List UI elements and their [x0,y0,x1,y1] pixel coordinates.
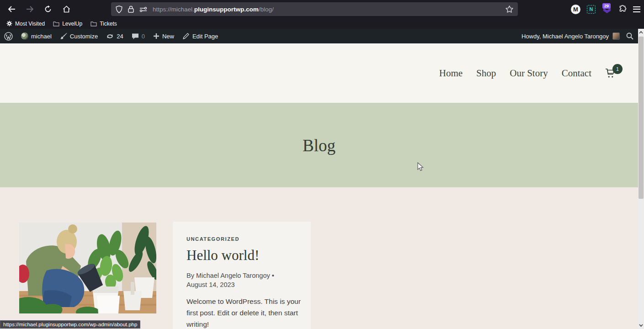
url-text[interactable]: https://michael.pluginsupportwp.com/blog… [153,6,274,13]
site-favicon [21,32,28,40]
admin-user-avatar[interactable] [612,32,620,40]
post-featured-image[interactable] [19,223,156,313]
gear-icon [6,21,12,27]
admin-edit-page-label: Edit Page [192,33,218,40]
post-date: August 14, 2023 [186,280,301,289]
plus-icon [153,33,160,39]
admin-updates[interactable]: 24 [102,29,127,43]
folder-icon [53,21,59,27]
browser-window: https://michael.pluginsupportwp.com/blog… [0,0,644,329]
padlock-icon[interactable] [128,5,134,13]
cart-button[interactable]: 1 [605,68,617,79]
wp-admin-bar: michael Customize 24 0 New Edit Page How… [0,29,638,43]
nav-home[interactable]: Home [439,68,463,79]
bookmark-folder-tickets[interactable]: Tickets [90,21,117,27]
url-prefix: https://michael. [153,6,194,13]
bookmark-label: Tickets [100,21,117,27]
wp-logo-menu[interactable] [0,29,17,43]
extensions-puzzle-icon[interactable] [618,5,627,13]
forward-button[interactable] [23,3,37,16]
cart-count-badge: 1 [612,64,623,74]
bookmarks-toolbar: Most Visited LevelUp Tickets [0,18,644,29]
admin-edit-page[interactable]: Edit Page [178,29,222,43]
url-domain: pluginsupportwp.com [194,6,259,13]
admin-comments-count: 0 [142,33,145,40]
url-path: /blog/ [259,6,274,13]
admin-new-label: New [162,33,174,40]
folder-icon [90,21,97,27]
bookmark-folder-levelup[interactable]: LevelUp [53,21,82,27]
scroll-down-button[interactable] [638,322,644,329]
tracking-protection-shield-icon[interactable] [116,5,122,13]
mouse-cursor [417,162,424,172]
admin-updates-count: 24 [117,33,123,40]
page-title: Blog [0,136,638,155]
admin-new[interactable]: New [149,29,178,43]
admin-site-name[interactable]: michael [17,29,56,43]
post-category[interactable]: UNCATEGORIZED [186,236,297,242]
admin-howdy-label[interactable]: Howdy, Michael Angelo Tarongoy [522,33,609,40]
nav-contact[interactable]: Contact [562,68,591,79]
bookmark-most-visited[interactable]: Most Visited [6,21,45,27]
browser-toolbar: https://michael.pluginsupportwp.com/blog… [0,0,644,18]
admin-search-icon[interactable] [626,32,633,40]
post-excerpt: Welcome to WordPress. This is your first… [186,296,301,329]
scrollbar-thumb[interactable] [639,37,644,199]
page-scrollbar[interactable] [638,29,644,329]
post-title[interactable]: Hello world! [186,247,297,264]
scroll-up-button[interactable] [638,29,644,36]
admin-customize[interactable]: Customize [56,29,102,43]
back-button[interactable] [5,3,18,16]
admin-comments[interactable]: 0 [128,29,149,43]
blog-post-card[interactable]: UNCATEGORIZED Hello world! By Michael An… [173,222,311,329]
status-link-tooltip: https://michael.pluginsupportwp.com/wp-a… [0,320,140,329]
post-byline: By Michael Angelo Tarongoy • August 14, … [186,271,301,289]
menu-hamburger-icon[interactable] [633,6,640,12]
bookmark-label: LevelUp [62,21,82,27]
extension-badge-icon[interactable]: 29 [602,4,612,14]
url-bar[interactable]: https://michael.pluginsupportwp.com/blog… [111,2,518,16]
home-button[interactable] [59,3,73,16]
updates-icon [106,33,114,40]
bookmark-label: Most Visited [15,21,45,27]
nav-shop[interactable]: Shop [476,68,496,79]
reload-button[interactable] [41,3,55,16]
admin-site-name-label: michael [31,33,52,40]
post-author-line[interactable]: By Michael Angelo Tarongoy • [186,271,301,280]
extension-badge-count: 29 [602,3,611,9]
comment-bubble-icon [132,33,139,40]
bookmark-star-icon[interactable] [506,5,513,13]
hero-section: Blog [0,103,638,187]
page-content: UNCATEGORIZED Hello world! By Michael An… [0,187,638,329]
nav-our-story[interactable]: Our Story [510,68,548,79]
status-url-text: https://michael.pluginsupportwp.com/wp-a… [3,322,137,327]
permissions-toggles-icon[interactable] [139,6,147,12]
pencil-icon [182,32,190,40]
wordpress-logo-icon [4,32,13,41]
extension-n-icon[interactable]: N [587,5,596,14]
site-header: michael Home Shop Our Story Contact 1 [0,43,638,103]
main-navigation: Home Shop Our Story Contact 1 [439,43,617,103]
paintbrush-icon [60,32,67,40]
admin-customize-label: Customize [70,33,98,40]
account-avatar-icon[interactable]: M [571,5,580,14]
